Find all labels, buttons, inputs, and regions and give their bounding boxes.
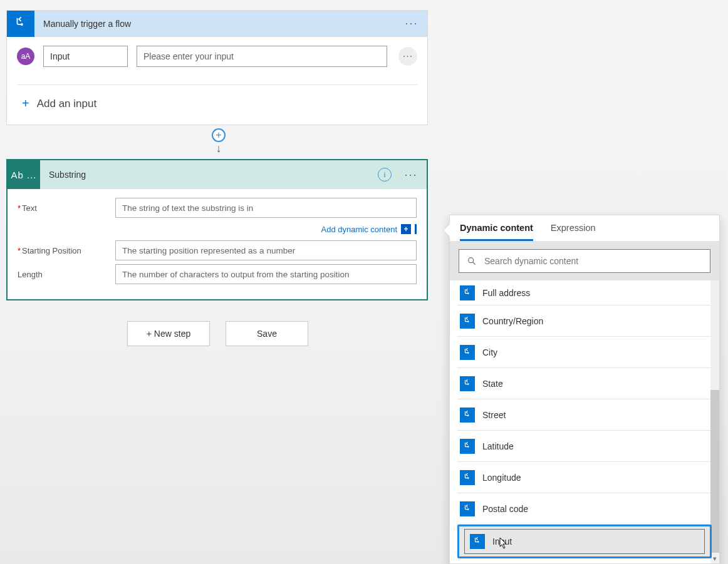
search-input[interactable]	[483, 255, 702, 267]
action-card: Ab ... Substring i ··· *Text The string …	[6, 159, 428, 300]
svg-point-7	[467, 414, 469, 416]
dynamic-item-label: Longitude	[482, 473, 521, 483]
input-name-value: Input	[50, 51, 70, 61]
svg-point-0	[21, 23, 23, 25]
dynamic-item[interactable]: Longitude	[457, 462, 712, 493]
new-step-button[interactable]: + New step	[127, 321, 210, 346]
dynamic-item[interactable]: Postal code	[457, 493, 712, 525]
dynamic-content-panel: Dynamic content Expression ▾ Full addres…	[449, 215, 720, 564]
add-input-label: Add an input	[37, 98, 96, 110]
trigger-header[interactable]: Manually trigger a flow ···	[7, 11, 427, 37]
input-more-icon[interactable]: ···	[398, 47, 417, 66]
trigger-title: Manually trigger a flow	[43, 19, 401, 29]
info-icon[interactable]: i	[378, 168, 392, 182]
dynamic-item[interactable]: Street	[457, 399, 712, 431]
search-box[interactable]	[459, 249, 710, 273]
dynamic-item[interactable]: Full address	[457, 280, 712, 305]
trigger-token-icon	[470, 534, 485, 549]
dynamic-item-label: City	[482, 347, 497, 357]
action-icon-text: Ab ...	[11, 170, 36, 180]
trigger-token-icon	[460, 501, 475, 516]
svg-point-6	[467, 383, 469, 385]
svg-point-4	[467, 320, 469, 322]
dynamic-list: ▾ Full addressCountry/RegionCityStateStr…	[450, 280, 719, 563]
trigger-token-icon	[460, 345, 475, 360]
add-dynamic-row: Add dynamic content	[18, 222, 417, 237]
save-button[interactable]: Save	[226, 321, 308, 346]
input-name-field[interactable]: Input	[43, 46, 128, 67]
field-text: *Text The string of text the substring i…	[18, 198, 417, 218]
field-text-label-text: Text	[22, 203, 37, 213]
save-label: Save	[257, 329, 277, 339]
field-start-placeholder: The starting position represented as a n…	[122, 246, 295, 255]
trigger-more-icon[interactable]: ···	[401, 17, 422, 30]
field-length-label-text: Length	[18, 270, 43, 279]
scrollbar-thumb[interactable]	[710, 390, 719, 553]
dynamic-item[interactable]: State	[457, 368, 712, 399]
dynamic-item-label: Full address	[482, 288, 530, 298]
trigger-token-icon	[460, 376, 475, 391]
svg-point-8	[467, 446, 469, 448]
tab-dynamic-content[interactable]: Dynamic content	[460, 223, 533, 241]
search-icon	[467, 256, 477, 266]
text-operation-icon: Ab ...	[8, 160, 40, 189]
trigger-token-icon	[460, 439, 475, 454]
connector: + ↓	[211, 128, 226, 155]
dynamic-item[interactable]: Latitude	[457, 431, 712, 462]
action-more-icon[interactable]: ···	[400, 168, 422, 182]
trigger-token-icon	[460, 314, 475, 329]
field-start-label-text: Starting Position	[22, 246, 81, 255]
scroll-down-icon[interactable]: ▾	[710, 553, 719, 563]
scrollbar-track[interactable]: ▾	[710, 280, 719, 563]
panel-tabs: Dynamic content Expression	[450, 215, 719, 242]
plus-icon: +	[22, 96, 29, 111]
trigger-token-icon	[460, 470, 475, 485]
field-length: Length The number of characters to outpu…	[18, 264, 417, 284]
trigger-input-row: aA Input Please enter your input ···	[17, 46, 417, 67]
field-text-input[interactable]: The string of text the substring is in	[115, 198, 417, 218]
dynamic-item[interactable]: City	[457, 337, 712, 368]
input-description-field[interactable]: Please enter your input	[137, 46, 387, 67]
tab-expression[interactable]: Expression	[551, 223, 596, 241]
field-length-label: Length	[18, 270, 115, 279]
dynamic-bar-icon	[415, 224, 417, 234]
action-header[interactable]: Ab ... Substring i ···	[8, 160, 427, 189]
field-start-input[interactable]: The starting position represented as a n…	[115, 240, 417, 260]
trigger-flow-icon	[7, 11, 34, 37]
trigger-card: Manually trigger a flow ··· aA Input Ple…	[6, 10, 428, 125]
field-start: *Starting Position The starting position…	[18, 240, 417, 260]
svg-point-9	[467, 477, 469, 479]
svg-line-2	[473, 262, 475, 264]
field-start-label: *Starting Position	[18, 246, 115, 255]
svg-point-1	[469, 258, 474, 263]
action-title: Substring	[49, 170, 378, 180]
dynamic-item-label: State	[482, 379, 503, 389]
dynamic-item-label: Country/Region	[482, 316, 543, 326]
dynamic-item-label: Postal code	[482, 504, 528, 514]
field-text-placeholder: The string of text the substring is in	[122, 203, 253, 213]
dynamic-item-label: Latitude	[482, 441, 514, 451]
new-step-label: + New step	[147, 329, 190, 339]
svg-point-11	[477, 541, 479, 543]
dynamic-item-label: Street	[482, 410, 506, 420]
arrow-down-icon: ↓	[211, 142, 226, 155]
insert-step-icon[interactable]: +	[212, 128, 226, 142]
dynamic-item-label: Input	[492, 536, 512, 546]
svg-point-10	[467, 508, 469, 510]
field-length-placeholder: The number of characters to output from …	[122, 270, 349, 279]
svg-point-5	[467, 352, 469, 354]
field-length-input[interactable]: The number of characters to output from …	[115, 264, 417, 284]
dynamic-plus-icon[interactable]	[401, 224, 411, 234]
dynamic-item[interactable]: Country/Region	[457, 305, 712, 337]
field-text-label: *Text	[18, 203, 115, 213]
trigger-token-icon	[460, 285, 475, 300]
text-type-icon: aA	[17, 48, 34, 65]
add-dynamic-content-link[interactable]: Add dynamic content	[321, 225, 397, 234]
trigger-token-icon	[460, 408, 475, 423]
action-body: *Text The string of text the substring i…	[8, 189, 427, 299]
dynamic-item-selected[interactable]: Input	[457, 525, 712, 558]
input-description-placeholder: Please enter your input	[143, 51, 234, 61]
add-input-button[interactable]: + Add an input	[17, 85, 417, 125]
trigger-body: aA Input Please enter your input ··· + A…	[7, 37, 427, 125]
svg-point-3	[467, 292, 469, 294]
